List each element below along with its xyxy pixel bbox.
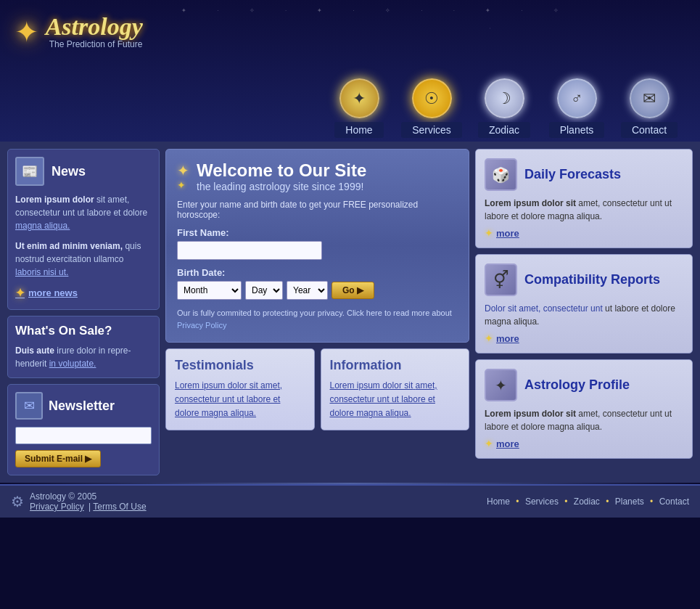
main-center: ✦ ✦ Welcome to Our Site the leading astr… — [165, 149, 469, 475]
nav-item-planets[interactable]: ♂ Planets — [540, 78, 613, 142]
footer-nav-zodiac[interactable]: Zodiac — [574, 496, 600, 507]
footer-left: ⚙ Astrology © 2005 Privacy Policy | Term… — [11, 491, 149, 512]
welcome-header: ✦ ✦ Welcome to Our Site the leading astr… — [177, 160, 458, 192]
forecast-more-link[interactable]: more — [496, 228, 519, 239]
profile-more-link[interactable]: more — [496, 438, 519, 449]
day-select[interactable]: Day 12345 678910 1520253031 — [245, 281, 283, 300]
more-news-star-icon: ✦ — [15, 285, 25, 302]
sale-content: Duis aute irure dolor in repre-henderit … — [15, 344, 152, 370]
sale-link[interactable]: in voluptate. — [49, 359, 96, 369]
welcome-title: Welcome to Our Site — [197, 160, 366, 181]
forecast-header: 🎲 Daily Forecasts — [485, 158, 683, 191]
forecast-title: Daily Forecasts — [524, 167, 621, 182]
logo-star-icon: ✦ — [15, 15, 39, 49]
footer-copyright: Astrology © 2005 — [30, 491, 149, 502]
compatibility-box: ⚥ Compatibility Reports Dolor sit amet, … — [475, 254, 693, 353]
site-subtitle: The Prediction of Future — [49, 39, 143, 49]
profile-more-star-icon: ✦ — [485, 438, 493, 449]
compat-link[interactable]: Dolor sit amet, consectetur unt — [485, 303, 603, 314]
footer-nav-planets[interactable]: Planets — [615, 496, 644, 507]
testimonials-link-text: Lorem ipsum dolor sit — [175, 380, 258, 391]
privacy-text-main: Our is fully commited to protecting your… — [177, 308, 452, 317]
compat-content: Dolor sit amet, consectetur unt ut labor… — [485, 302, 683, 328]
firstname-input[interactable] — [177, 241, 322, 260]
nav-label-home: Home — [334, 122, 383, 138]
home-nav-icon: ✦ — [339, 78, 379, 118]
logo: ✦ Astrology The Prediction of Future — [15, 15, 143, 49]
main-content: 📰 News Lorem ipsum dolor sit amet, conse… — [0, 142, 700, 483]
footer-terms-link[interactable]: Terms Of Use — [93, 502, 146, 512]
compat-icon: ⚥ — [485, 263, 517, 296]
firstname-label: First Name: — [177, 227, 458, 238]
planets-nav-icon: ♂ — [557, 78, 597, 118]
nav-item-home[interactable]: ✦ Home — [323, 78, 395, 142]
profile-title: Astrology Profile — [524, 377, 630, 393]
privacy-policy-link[interactable]: Privacy Policy — [177, 321, 226, 330]
newsletter-header: ✉ Newsletter — [15, 392, 152, 420]
sale-text-bold: Duis aute — [15, 346, 54, 356]
site-title: Astrology — [46, 15, 143, 39]
testimonials-box: Testimonials Lorem ipsum dolor sit amet,… — [165, 348, 315, 430]
news-box: 📰 News Lorem ipsum dolor sit amet, conse… — [7, 149, 160, 310]
footer-nav-contact[interactable]: Contact — [659, 496, 689, 507]
nav-item-services[interactable]: ☉ Services — [395, 78, 468, 142]
left-sidebar: 📰 News Lorem ipsum dolor sit amet, conse… — [7, 149, 160, 475]
more-news-link[interactable]: ✦ more news — [15, 285, 152, 302]
newsletter-icon: ✉ — [15, 392, 43, 420]
compat-header: ⚥ Compatibility Reports — [485, 263, 683, 296]
newsletter-box: ✉ Newsletter Submit E-mail — [7, 384, 160, 475]
right-sidebar: 🎲 Daily Forecasts Lorem ipsum dolor sit … — [475, 149, 693, 475]
forecast-more: ✦ more — [485, 227, 683, 239]
forecast-more-star-icon: ✦ — [485, 227, 493, 239]
sale-title: What's On Sale? — [15, 324, 152, 338]
testimonials-title: Testimonials — [175, 358, 305, 373]
newsletter-email-input[interactable] — [15, 427, 152, 444]
nav-item-contact[interactable]: ✉ Contact — [613, 78, 685, 142]
nav-label-planets: Planets — [549, 122, 605, 138]
footer-nav: Home • Services • Zodiac • Planets • Con… — [487, 496, 689, 507]
information-link[interactable]: Lorem ipsum dolor sit amet, consectetur … — [330, 380, 437, 418]
information-box: Information Lorem ipsum dolor sit amet, … — [321, 348, 470, 430]
information-content: Lorem ipsum dolor sit amet, consectetur … — [330, 379, 461, 421]
information-link-text: Lorem ipsum dolor sit — [330, 380, 413, 391]
footer-privacy-link[interactable]: Privacy Policy — [30, 502, 84, 512]
profile-bold: Lorem ipsum dolor sit — [485, 409, 576, 419]
newsletter-submit-button[interactable]: Submit E-mail — [15, 450, 101, 467]
welcome-subtitle: the leading astrology site since 1999! — [197, 181, 366, 192]
forecast-icon: 🎲 — [485, 158, 517, 191]
logo-text: Astrology The Prediction of Future — [46, 15, 143, 49]
forecast-content: Lorem ipsum dolor sit amet, consectetur … — [485, 197, 683, 223]
nav-label-services: Services — [401, 122, 462, 138]
birthdate-row: Month JanuaryFebruaryMarch AprilMayJune … — [177, 281, 458, 300]
footer-nav-home[interactable]: Home — [487, 496, 510, 507]
news-para1-bold: Lorem ipsum dolor — [15, 195, 94, 205]
forecast-bold: Lorem ipsum dolor sit — [485, 198, 576, 208]
nav-item-zodiac[interactable]: ☽ Zodiac — [468, 78, 540, 142]
welcome-description: Enter your name and birth date to get yo… — [177, 200, 458, 220]
more-news-label: more news — [28, 286, 78, 301]
nav-label-contact: Contact — [621, 122, 678, 138]
footer-info: Astrology © 2005 Privacy Policy | Terms … — [30, 491, 149, 512]
compat-title: Compatibility Reports — [524, 272, 660, 287]
news-para2-link[interactable]: laboris nisi ut. — [15, 267, 68, 277]
testimonials-link[interactable]: Lorem ipsum dolor sit amet, consectetur … — [175, 380, 282, 418]
services-nav-icon: ☉ — [412, 78, 452, 118]
news-para2-bold: Ut enim ad minim veniam, — [15, 241, 123, 251]
profile-more: ✦ more — [485, 438, 683, 449]
welcome-stars-icon: ✦ ✦ — [177, 162, 189, 191]
lower-center: Testimonials Lorem ipsum dolor sit amet,… — [165, 348, 469, 430]
go-button[interactable]: Go — [332, 282, 374, 299]
compat-more-star-icon: ✦ — [485, 332, 493, 344]
footer-links: Privacy Policy | Terms Of Use — [30, 502, 149, 512]
year-select[interactable]: Year 2005200019951990 1985198019751970 — [287, 281, 328, 300]
news-para1-link[interactable]: magna aliqua. — [15, 221, 70, 231]
month-select[interactable]: Month JanuaryFebruaryMarch AprilMayJune … — [177, 281, 242, 300]
footer-nav-services[interactable]: Services — [525, 496, 559, 507]
compat-more-link[interactable]: more — [496, 333, 519, 344]
zodiac-nav-icon: ☽ — [485, 78, 524, 118]
contact-nav-icon: ✉ — [630, 78, 670, 118]
gear-icon: ⚙ — [11, 493, 24, 510]
testimonials-content: Lorem ipsum dolor sit amet, consectetur … — [175, 379, 305, 421]
news-title: News — [52, 164, 86, 179]
compat-more: ✦ more — [485, 332, 683, 344]
